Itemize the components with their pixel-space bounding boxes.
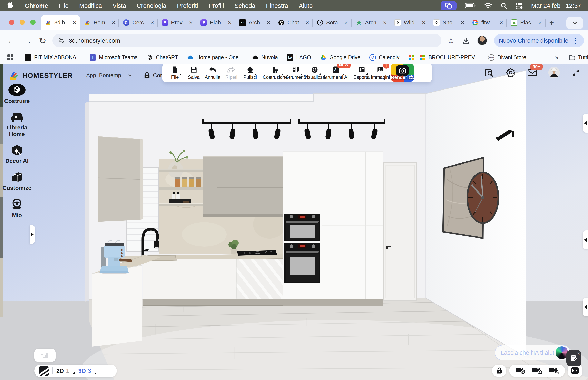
tab-pias[interactable]: Pias × [507, 15, 546, 30]
sidebar-item-mio[interactable]: Mio [3, 198, 31, 219]
levels-button[interactable] [34, 349, 56, 362]
browser-profile-avatar[interactable] [477, 36, 487, 45]
menubar-profili[interactable]: Profili [209, 2, 224, 9]
homestyler-logo-icon[interactable] [9, 70, 19, 81]
close-tab-icon[interactable]: × [344, 19, 348, 26]
right-panel-handle-1[interactable] [583, 114, 588, 133]
wifi-icon[interactable] [484, 3, 492, 9]
window-controls[interactable] [9, 19, 36, 25]
close-window-button[interactable] [9, 19, 14, 25]
camera-lock-button[interactable] [492, 364, 506, 377]
minimize-window-button[interactable] [20, 19, 25, 25]
tab-archistar[interactable]: ★ Arch × [352, 15, 390, 30]
close-tab-icon[interactable]: × [461, 19, 464, 26]
menubar-aiuto[interactable]: Aiuto [299, 2, 313, 9]
bookmark-divani[interactable]: divaniDivani.Store [488, 54, 526, 61]
reload-icon[interactable]: ↻ [39, 36, 46, 46]
close-tab-icon[interactable]: × [422, 19, 425, 26]
tab-presentazione[interactable]: Prev × [158, 15, 196, 30]
settings-gear-icon[interactable] [505, 67, 516, 78]
bookmark-calendly[interactable]: CCalendly [369, 54, 399, 61]
close-tab-icon[interactable]: × [267, 19, 270, 26]
switch-camera-icon[interactable] [549, 366, 559, 375]
tab-chatgpt[interactable]: Chat × [274, 15, 313, 30]
tab-archsynth[interactable]: AR Arch × [235, 15, 274, 30]
menubar-finestra[interactable]: Finestra [266, 2, 288, 9]
tab-wild[interactable]: Wild × [390, 15, 429, 30]
address-bar[interactable]: 3d.homestyler.com [52, 34, 441, 47]
bookmark-ms-grid[interactable] [408, 54, 415, 61]
apps-grid-icon[interactable] [7, 55, 13, 60]
render-button[interactable]: Renderizza [391, 64, 414, 81]
close-tab-icon[interactable]: × [73, 19, 76, 26]
floorplan-style-icon[interactable] [39, 366, 49, 376]
close-feedback-icon[interactable]: × [577, 351, 580, 357]
project-selector[interactable]: App. Bontemp... [86, 72, 131, 79]
images-button[interactable]: 1 Immagini [371, 64, 390, 81]
control-center-icon[interactable] [516, 2, 523, 9]
tab-sho[interactable]: Sho × [429, 15, 468, 30]
tab-homestyler-2[interactable]: Hom × [80, 15, 119, 30]
tab-elaborazione[interactable]: Elab × [196, 15, 235, 30]
close-tab-icon[interactable]: × [538, 19, 542, 26]
tab-search-button[interactable] [566, 17, 583, 29]
mode-3d-button[interactable]: 3D3 [78, 368, 96, 374]
bookmark-chatgpt[interactable]: ChatGPT [147, 54, 178, 61]
menubar-cronologia[interactable]: Cronologia [137, 2, 167, 9]
back-icon[interactable]: ← [7, 36, 16, 46]
bookmark-lago[interactable]: LALAGO [287, 54, 311, 61]
bookmark-fitmix[interactable]: ~FIT MIX ABBONA... [25, 54, 81, 61]
catalog-search-icon[interactable] [483, 67, 495, 78]
camera-settings-icon[interactable] [532, 366, 543, 375]
sidebar-item-costruire[interactable]: Costruire [3, 84, 31, 104]
clean-button[interactable]: Pulisci [241, 64, 259, 81]
bookmark-teams[interactable]: TMicrosoft Teams [90, 54, 138, 61]
url-text[interactable]: 3d.homestyler.com [69, 37, 120, 44]
site-settings-icon[interactable] [58, 37, 65, 44]
zoom-window-button[interactable] [30, 19, 36, 25]
menubar-preferiti[interactable]: Preferiti [177, 2, 198, 9]
apple-logo-icon[interactable] [7, 2, 14, 10]
menubar-scheda[interactable]: Scheda [235, 2, 255, 9]
screen-mirroring-icon[interactable] [441, 1, 457, 10]
tab-cerca[interactable]: C Cerc × [119, 15, 158, 30]
close-tab-icon[interactable]: × [305, 19, 309, 26]
inbox-mail-icon[interactable]: 99+ [527, 67, 538, 78]
bookmark-brochure[interactable]: BROCHURE-PREV... [419, 54, 479, 61]
sidebar-item-decor-ai[interactable]: Decor AI [3, 144, 31, 164]
save-button[interactable]: Salva [184, 64, 203, 81]
download-icon[interactable] [462, 36, 470, 45]
close-tab-icon[interactable]: × [150, 19, 154, 26]
browser-menu-icon[interactable]: ⋮ [572, 37, 579, 45]
menubar-clock[interactable]: Mar 24 feb12:37 [531, 2, 581, 9]
close-tab-icon[interactable]: × [189, 19, 193, 26]
close-tab-icon[interactable]: × [228, 19, 231, 26]
construction-button[interactable]: Costruzione [264, 64, 286, 81]
bookmark-star-icon[interactable]: ☆ [447, 36, 455, 46]
right-panel-handle-2[interactable] [583, 230, 588, 249]
feedback-button[interactable]: × [566, 350, 582, 366]
menubar-vista[interactable]: Vista [112, 2, 126, 9]
user-avatar[interactable] [548, 67, 560, 78]
tools-button[interactable]: Strumenti [286, 64, 305, 81]
add-camera-icon[interactable] [515, 366, 526, 375]
right-panel-handle-3[interactable] [583, 298, 588, 316]
bookmark-nuvola[interactable]: Nuvola [252, 54, 278, 61]
viewport-3d[interactable] [0, 64, 588, 380]
mode-2d-button[interactable]: 2D1 [56, 368, 75, 374]
undo-button[interactable]: Annulla [203, 64, 222, 81]
all-bookmarks-button[interactable]: Tutti i preferiti [569, 54, 588, 60]
menubar-app-name[interactable]: Chrome [25, 2, 48, 9]
menubar-file[interactable]: File [59, 2, 68, 9]
export-button[interactable]: Esporta [352, 64, 371, 81]
close-tab-icon[interactable]: × [499, 19, 503, 26]
visualize-button[interactable]: Visualizza [305, 64, 324, 81]
sidebar-item-libreria-home[interactable]: Libreria Home [3, 111, 31, 137]
new-tab-button[interactable]: + [546, 15, 558, 30]
bookmark-gdrive[interactable]: Google Drive [320, 54, 360, 61]
tab-sora[interactable]: Sora × [313, 15, 352, 30]
fullscreen-icon[interactable] [570, 67, 582, 78]
ai-assistant-input[interactable] [501, 349, 554, 356]
redo-button[interactable]: Ripeti [222, 64, 241, 81]
sidebar-item-customize[interactable]: Customize [3, 171, 31, 191]
